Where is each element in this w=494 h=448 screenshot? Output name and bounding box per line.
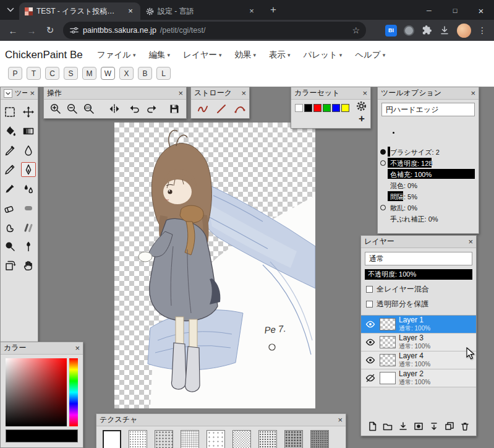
- add-swatch-button[interactable]: +: [359, 113, 365, 124]
- tool-gradient[interactable]: [21, 124, 36, 139]
- palette-close-icon[interactable]: ×: [241, 89, 246, 97]
- visibility-eye-icon[interactable]: [364, 320, 377, 329]
- palette-close-icon[interactable]: ×: [75, 344, 80, 352]
- shortcut-l[interactable]: L: [156, 67, 171, 80]
- merge-down-button[interactable]: [398, 421, 409, 432]
- saturation-value-picker[interactable]: [6, 358, 67, 426]
- tool-rotate-canvas[interactable]: [2, 258, 17, 273]
- bezier-stroke-button[interactable]: [233, 102, 247, 116]
- browser-tab-1[interactable]: TEST - イラスト投稿サイト Petit Ne ×: [19, 2, 140, 20]
- palette-layers-header[interactable]: レイヤー ×: [361, 236, 476, 248]
- add-mask-button[interactable]: [413, 421, 424, 432]
- swatch-settings-button[interactable]: [356, 101, 367, 114]
- shortcut-c[interactable]: C: [45, 67, 59, 80]
- tool-smudge[interactable]: [2, 220, 17, 235]
- layer-row-layer1[interactable]: Layer 1通常: 100%: [361, 316, 476, 334]
- extensions-puzzle-icon[interactable]: [421, 25, 432, 36]
- slider-row-bleed[interactable]: 混色: 0% 混色: 0%: [380, 180, 475, 190]
- swatch-green[interactable]: [323, 104, 331, 112]
- bleed-slider[interactable]: 混色: 0% 混色: 0%: [388, 180, 475, 190]
- opacity-slider[interactable]: 不透明度: 128 不透明度: 128: [388, 158, 475, 168]
- texture-swatch[interactable]: [181, 430, 199, 448]
- download-icon[interactable]: [439, 25, 450, 36]
- visibility-eye-off-icon[interactable]: [364, 374, 377, 382]
- sample-all-layers-checkbox-row[interactable]: 全レイヤー混合: [366, 284, 471, 295]
- palette-collapse-button[interactable]: [4, 89, 12, 98]
- texture-swatch[interactable]: [232, 430, 251, 448]
- resat-slider[interactable]: 色補充: 100% 色補充: 100%: [388, 169, 475, 179]
- texture-swatch[interactable]: [207, 430, 225, 448]
- palette-close-icon[interactable]: ×: [468, 238, 473, 246]
- extension-bi-icon[interactable]: BI: [385, 25, 397, 37]
- blend-mode-select[interactable]: 通常: [365, 252, 472, 265]
- bookmark-star-icon[interactable]: ☆: [352, 25, 360, 35]
- browser-tab-2[interactable]: 設定 - 言語 ×: [140, 2, 262, 20]
- menu-palettes[interactable]: パレット▾: [304, 50, 343, 61]
- slider-row-spacing[interactable]: 間隔: 5% 間隔: 5%: [380, 191, 475, 201]
- palette-misc-header[interactable]: 操作 ×: [44, 87, 186, 100]
- layer-row-layer3[interactable]: Layer 3通常: 100%: [361, 334, 476, 351]
- tool-water[interactable]: [21, 143, 36, 158]
- texture-swatch[interactable]: [155, 430, 173, 448]
- new-tab-button[interactable]: +: [265, 2, 281, 18]
- tab-search-button[interactable]: [4, 4, 17, 16]
- flip-horizontal-button[interactable]: [108, 102, 121, 116]
- menu-help[interactable]: ヘルプ▾: [355, 50, 385, 61]
- menu-view[interactable]: 表示▾: [269, 50, 291, 61]
- tool-marker[interactable]: [2, 181, 17, 196]
- tool-pencil[interactable]: [2, 162, 17, 177]
- slider-row-scatter[interactable]: 散乱: 0% 散乱: 0%: [380, 202, 475, 212]
- window-close-button[interactable]: ×: [468, 1, 494, 20]
- palette-stroke-header[interactable]: ストローク ×: [191, 87, 249, 100]
- palette-color-header[interactable]: カラー ×: [1, 342, 83, 355]
- freehand-stroke-button[interactable]: [196, 102, 210, 116]
- shortcut-w[interactable]: W: [101, 67, 115, 80]
- tool-blend[interactable]: [21, 220, 36, 235]
- shortcut-x[interactable]: X: [119, 67, 134, 80]
- scatter-slider[interactable]: 散乱: 0% 散乱: 0%: [388, 202, 475, 212]
- swatch-white[interactable]: [295, 104, 303, 112]
- menu-file[interactable]: ファイル▾: [97, 50, 136, 61]
- minimize-button[interactable]: ─: [416, 1, 442, 20]
- pressure-toggle-icon[interactable]: [380, 160, 386, 166]
- palette-swatches-header[interactable]: カラーセット ×: [291, 87, 370, 100]
- add-group-button[interactable]: [382, 421, 393, 432]
- url-bar[interactable]: paintbbs.sakura.ne.jp/petit/cgi/test/ ☆: [63, 22, 366, 39]
- tool-watercolor[interactable]: [21, 181, 36, 196]
- layer-row-layer2[interactable]: Layer 2通常: 100%: [361, 369, 476, 387]
- tool-soft-eraser[interactable]: [21, 200, 36, 215]
- maximize-button[interactable]: □: [442, 1, 468, 20]
- slider-row-smoothing[interactable]: 手ぶれ補正: 0% 手ぶれ補正: 0%: [380, 213, 475, 223]
- texture-swatch-none[interactable]: [103, 430, 121, 448]
- smoothing-slider[interactable]: 手ぶれ補正: 0% 手ぶれ補正: 0%: [388, 213, 475, 223]
- texture-swatch[interactable]: [310, 430, 329, 448]
- zoom-100-button[interactable]: 100%: [82, 102, 96, 116]
- move-layer-down-button[interactable]: [428, 421, 440, 432]
- extension-icon[interactable]: [404, 25, 414, 36]
- layer-opacity-slider[interactable]: 不透明度: 100%: [365, 269, 472, 280]
- palette-texture-header[interactable]: テクスチャ ×: [96, 414, 346, 426]
- save-button[interactable]: [168, 102, 181, 116]
- add-layer-button[interactable]: [367, 421, 378, 432]
- hue-slider[interactable]: [69, 358, 78, 426]
- texture-swatch[interactable]: [258, 430, 277, 448]
- reload-button[interactable]: ↻: [42, 22, 58, 38]
- texture-swatch[interactable]: [129, 430, 147, 448]
- tool-move[interactable]: [21, 105, 36, 119]
- zoom-in-button[interactable]: [49, 102, 62, 116]
- brush-size-slider[interactable]: ブラシサイズ: 2 ブラシサイズ: 2: [388, 147, 475, 157]
- slider-row-brush-size[interactable]: ブラシサイズ: 2 ブラシサイズ: 2: [380, 147, 475, 157]
- zoom-out-button[interactable]: [66, 102, 79, 116]
- site-settings-icon[interactable]: [69, 25, 79, 35]
- swatch-red[interactable]: [313, 104, 322, 112]
- pressure-toggle-icon[interactable]: [380, 205, 386, 210]
- back-button[interactable]: ←: [5, 22, 21, 38]
- tool-eyedropper[interactable]: [2, 143, 17, 158]
- tool-rect-select[interactable]: [2, 105, 17, 119]
- shortcut-t[interactable]: T: [27, 67, 41, 80]
- swatch-black[interactable]: [304, 104, 312, 112]
- shortcut-p[interactable]: P: [8, 67, 22, 80]
- pressure-toggle-icon[interactable]: [380, 149, 386, 155]
- palette-tools-header[interactable]: ツール ×: [1, 87, 38, 100]
- tab-close-icon[interactable]: ×: [126, 6, 135, 16]
